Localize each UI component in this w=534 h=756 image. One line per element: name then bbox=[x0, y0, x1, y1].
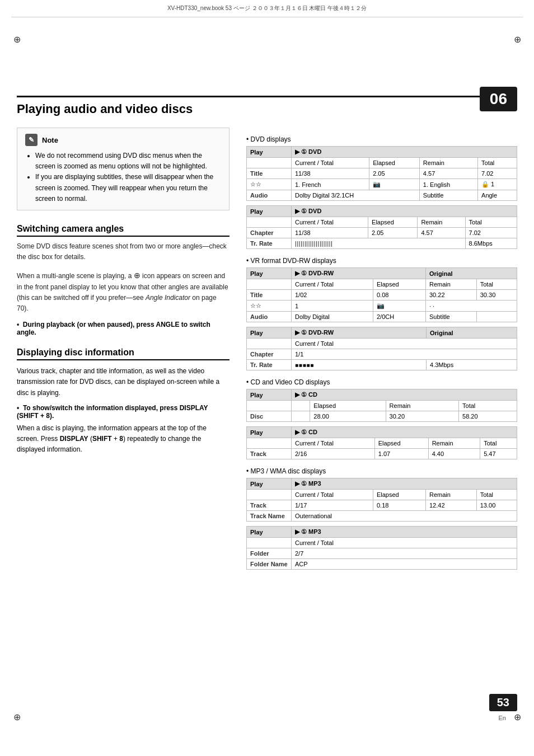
cd-t2-hdr-curtot: Current / Total bbox=[292, 438, 375, 449]
vr-t1-lang-dots: · · bbox=[426, 300, 517, 312]
cd-table-1: Play ▶ ① CD Elapsed Remain Total Disc 28… bbox=[246, 389, 517, 422]
vr-t2-hdr-empty bbox=[247, 339, 292, 349]
cd-t2-row-headers: Current / Total Elapsed Remain Total bbox=[247, 438, 517, 449]
dvd-t1-row-audio: Audio Dolby Digital 3/2.1CH Subtitle Ang… bbox=[247, 190, 517, 201]
vr-t1-row-audio: Audio Dolby Digital 2/0CH Subtitle bbox=[247, 312, 517, 322]
cd-t2-track-label: Track bbox=[247, 449, 292, 459]
dvd-t1-title-curtot: 11/38 bbox=[292, 168, 369, 179]
dvd-t1-angle-label: Angle bbox=[478, 190, 517, 201]
dvd-table-2: Play ▶ ① DVD Current / Total Elapsed Rem… bbox=[246, 205, 517, 249]
mp3-t1-row-headers: Current / Total Elapsed Remain Total bbox=[247, 490, 517, 500]
mp3-t2-row-headers: Current / Total bbox=[247, 538, 517, 548]
dvd-t2-chap-label: Chapter bbox=[247, 228, 292, 238]
mp3-t1-play-val: ▶ ① MP3 bbox=[292, 478, 517, 490]
mp3-t2-row-play: Play ▶ ① MP3 bbox=[247, 527, 517, 538]
vr-t1-lang-icon: 📷 bbox=[373, 300, 425, 312]
chapter-badge: 06 bbox=[480, 87, 517, 111]
mp3-t1-row-trackname: Track Name Outernational bbox=[247, 511, 517, 522]
camera-heading: Switching camera angles bbox=[17, 224, 229, 237]
page-title: Playing audio and video discs bbox=[17, 102, 193, 116]
vr-t1-play-orig: Original bbox=[426, 268, 517, 279]
cd-t2-hdr-elapsed: Elapsed bbox=[374, 438, 428, 449]
vr-t1-row-lang: ☆☆ 1 📷 · · bbox=[247, 300, 517, 312]
vr-t2-row-trrate: Tr. Rate ■ ■ ■ ■ ■ 4.3Mbps bbox=[247, 360, 517, 370]
mp3-label: MP3 / WMA disc displays bbox=[246, 467, 517, 475]
mp3-t2-folder-label: Folder bbox=[247, 548, 292, 559]
mp3-t1-trackname-val: Outernational bbox=[292, 511, 517, 522]
mp3-t2-play-val: ▶ ① MP3 bbox=[292, 527, 517, 538]
corner-mark-bl: ⊕ bbox=[11, 711, 22, 722]
cd-t1-hdr-total: Total bbox=[459, 401, 517, 411]
vr-t1-title-total: 30.30 bbox=[476, 290, 517, 300]
right-column: DVD displays Play ▶ ① DVD Current / Tota… bbox=[246, 128, 517, 574]
dvd-t1-hdr-elapsed: Elapsed bbox=[369, 158, 420, 168]
cd-t1-disc-total: 58.20 bbox=[459, 411, 517, 422]
cd-t2-track-elapsed: 1.07 bbox=[374, 449, 428, 459]
cd-table-2: Play ▶ ① CD Current / Total Elapsed Rema… bbox=[246, 426, 517, 459]
dvd-t2-trrate-label: Tr. Rate bbox=[247, 238, 292, 249]
cd-t1-play-val: ▶ ① CD bbox=[292, 389, 517, 401]
cd-t1-disc-label: Disc bbox=[247, 411, 292, 422]
dvd-t1-title-elapsed: 2.05 bbox=[369, 168, 420, 179]
mp3-t1-hdr-elapsed: Elapsed bbox=[373, 490, 425, 500]
dvd-t2-trrate-bars: | | | | | | | | | | | | | | | | | | | | bbox=[292, 238, 466, 249]
dvd-t1-lang-icon: 📷 bbox=[369, 179, 420, 190]
vr-table-2: Play ▶ ① DVD-RW Original Current / Total… bbox=[246, 327, 517, 370]
cd-t2-row-track: Track 2/16 1.07 4.40 5.47 bbox=[247, 449, 517, 459]
vr-t2-chap-label: Chapter bbox=[247, 349, 292, 360]
dvd-t1-hdr-remain: Remain bbox=[419, 158, 477, 168]
vr-t1-row-title: Title 1/02 0.08 30.22 30.30 bbox=[247, 290, 517, 300]
vr-t1-hdr-empty bbox=[247, 279, 292, 290]
display-section: Displaying disc information Various trac… bbox=[17, 348, 229, 455]
display-bullet: • To show/switch the information display… bbox=[17, 404, 229, 420]
page-number: 53 bbox=[489, 694, 517, 711]
dvd-t1-title-total: 7.02 bbox=[478, 168, 517, 179]
left-column: ✎ Note We do not recommend using DVD dis… bbox=[17, 128, 229, 574]
main-content: ✎ Note We do not recommend using DVD dis… bbox=[17, 128, 517, 574]
display-bullet-text: To show/switch the information displayed… bbox=[17, 404, 208, 420]
mp3-t2-row-folder: Folder 2/7 bbox=[247, 548, 517, 559]
dvd-t1-lang-french: 1. French bbox=[292, 179, 369, 190]
dvd-t1-row-lang: ☆☆ 1. French 📷 1. English 🔒 1 bbox=[247, 179, 517, 190]
mp3-t1-track-label: Track bbox=[247, 500, 292, 511]
cd-t1-disc-remain: 30.20 bbox=[386, 411, 459, 422]
vr-t2-play-val: ▶ ① DVD-RW bbox=[292, 327, 427, 339]
mp3-t2-foldername-val: ACP bbox=[292, 559, 517, 570]
vr-t1-sub-label: Subtitle bbox=[426, 312, 477, 322]
vr-t1-audio-val: Dolby Digital bbox=[292, 312, 373, 322]
dvd-t2-row-trrate: Tr. Rate | | | | | | | | | | | | | | | |… bbox=[247, 238, 517, 249]
vr-t2-row-chapter: Chapter 1/1 bbox=[247, 349, 517, 360]
vr-t1-empty bbox=[476, 312, 517, 322]
title-section: Playing audio and video discs bbox=[17, 96, 517, 116]
vr-t2-trrate-bars: ■ ■ ■ ■ ■ bbox=[292, 360, 427, 370]
note-item-2: If you are displaying subtitles, these w… bbox=[35, 172, 221, 204]
cd-t1-disc-elapsed: 28.00 bbox=[310, 411, 386, 422]
mp3-t2-hdr-curtot: Current / Total bbox=[292, 538, 517, 548]
cd-t2-track-curtot: 2/16 bbox=[292, 449, 375, 459]
display-heading: Displaying disc information bbox=[17, 348, 229, 360]
vr-t2-trrate-val: 4.3Mbps bbox=[427, 360, 517, 370]
note-label: Note bbox=[42, 136, 58, 144]
book-info: XV-HDT330_new.book 53 ページ ２００３年１月１６日 木曜日… bbox=[167, 4, 367, 12]
cd-t2-hdr-total: Total bbox=[480, 438, 517, 449]
note-list: We do not recommend using DVD disc menus… bbox=[25, 151, 221, 204]
dvd-t2-chap-curtot: 11/38 bbox=[292, 228, 368, 238]
dvd-t2-hdr-curtot: Current / Total bbox=[292, 217, 368, 228]
vr-t1-row-headers: Current / Total Elapsed Remain Total bbox=[247, 279, 517, 290]
vr-t2-chap-val: 1/1 bbox=[292, 349, 517, 360]
vr-t2-hdr-curtot: Current / Total bbox=[292, 339, 517, 349]
vr-t1-play-label: Play bbox=[247, 268, 292, 279]
dvd-t2-row-headers: Current / Total Elapsed Remain Total bbox=[247, 217, 517, 228]
dvd-t1-title-label: Title bbox=[247, 168, 292, 179]
vr-t2-row-play: Play ▶ ① DVD-RW Original bbox=[247, 327, 517, 339]
mp3-t1-hdr-empty bbox=[247, 490, 292, 500]
note-box: ✎ Note We do not recommend using DVD dis… bbox=[17, 128, 229, 210]
cd-t2-play-val: ▶ ① CD bbox=[292, 427, 517, 438]
mp3-t1-track-curtot: 1/17 bbox=[292, 500, 373, 511]
cd-t1-hdr-elapsed: Elapsed bbox=[310, 401, 386, 411]
dvd-t2-play-label: Play bbox=[247, 206, 292, 217]
camera-section: Switching camera angles Some DVD discs f… bbox=[17, 224, 229, 336]
cd-t1-hdr-empty2 bbox=[292, 401, 310, 411]
mp3-t2-folder-val: 2/7 bbox=[292, 548, 517, 559]
dvd-t1-play-label: Play bbox=[247, 147, 292, 158]
